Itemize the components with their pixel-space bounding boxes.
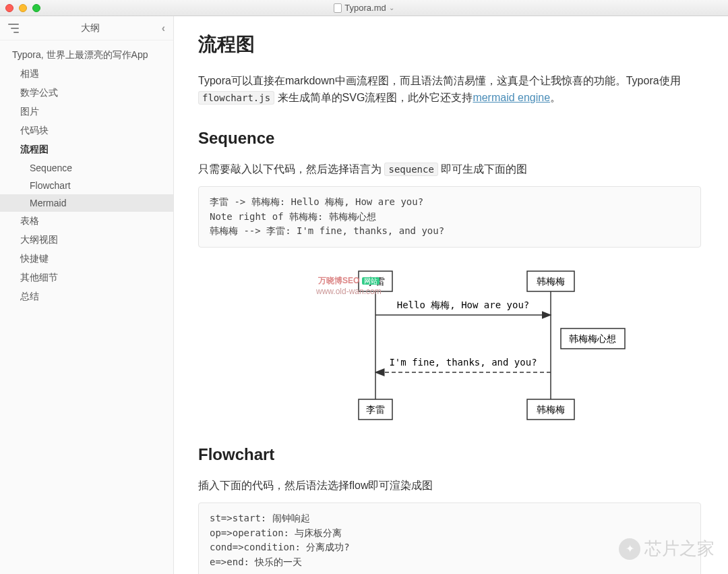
svg-text:Hello 梅梅, How are you?: Hello 梅梅, How are you? <box>397 299 530 310</box>
sidebar-item-8[interactable]: Mermaid <box>0 194 173 212</box>
window-title-text: Typora.md <box>344 3 386 13</box>
svg-text:韩梅梅: 韩梅梅 <box>537 404 565 415</box>
sidebar-item-0[interactable]: Typora, 世界上最漂亮的写作App <box>0 46 173 65</box>
svg-text:李雷: 李雷 <box>366 404 385 415</box>
intro-paragraph: Typora可以直接在markdown中画流程图，而且语法简洁易懂，这真是个让我… <box>198 72 701 107</box>
chevron-left-icon[interactable]: ‹ <box>162 22 165 34</box>
inline-code-sequence: sequence <box>384 163 437 176</box>
wechat-icon: ✦ <box>619 538 640 560</box>
sidebar: 大纲 ‹ Typora, 世界上最漂亮的写作App相遇数学公式图片代码块流程图S… <box>0 16 174 574</box>
heading-flowchart-section: Flowchart <box>198 442 701 467</box>
sidebar-header: 大纲 ‹ <box>0 16 173 40</box>
sidebar-item-7[interactable]: Flowchart <box>0 177 173 194</box>
outline-tree: Typora, 世界上最漂亮的写作App相遇数学公式图片代码块流程图Sequen… <box>0 40 173 312</box>
file-icon <box>334 3 342 13</box>
sidebar-item-10[interactable]: 大纲视图 <box>0 231 173 250</box>
sidebar-item-1[interactable]: 相遇 <box>0 65 173 84</box>
window-title: Typora.md ⌄ <box>0 3 728 13</box>
svg-text:I'm fine, thanks, and you?: I'm fine, thanks, and you? <box>389 357 537 368</box>
sequence-diagram: 万晓博SEO 网站 www.old-wan.com 李雷 韩梅梅 Hello 梅… <box>198 268 701 423</box>
sidebar-item-5[interactable]: 流程图 <box>0 140 173 159</box>
titlebar: Typora.md ⌄ <box>0 0 728 16</box>
svg-text:韩梅梅心想: 韩梅梅心想 <box>569 333 616 344</box>
watermark: 万晓博SEO 网站 www.old-wan.com <box>316 276 382 297</box>
content-area[interactable]: 流程图 Typora可以直接在markdown中画流程图，而且语法简洁易懂，这真… <box>174 16 728 574</box>
sidebar-item-3[interactable]: 图片 <box>0 103 173 121</box>
sidebar-item-4[interactable]: 代码块 <box>0 121 173 140</box>
chevron-down-icon[interactable]: ⌄ <box>389 4 394 11</box>
sidebar-title: 大纲 <box>19 22 162 34</box>
inline-code-flowchartjs: flowchart.js <box>198 91 274 105</box>
sidebar-item-2[interactable]: 数学公式 <box>0 84 173 103</box>
outline-icon[interactable] <box>8 24 19 33</box>
heading-sequence: Sequence <box>198 125 701 151</box>
heading-flowchart: 流程图 <box>198 30 701 60</box>
sequence-code-block[interactable]: 李雷 -> 韩梅梅: Hello 梅梅, How are you? Note r… <box>198 186 701 248</box>
bottom-watermark: ✦ 芯片之家 <box>619 537 715 561</box>
flowchart-intro: 插入下面的代码，然后语法选择flow即可渲染成图 <box>198 477 701 494</box>
sidebar-item-9[interactable]: 表格 <box>0 212 173 231</box>
svg-text:韩梅梅: 韩梅梅 <box>537 276 565 287</box>
sequence-intro: 只需要敲入以下代码，然后选择语言为 sequence 即可生成下面的图 <box>198 161 701 178</box>
sidebar-item-13[interactable]: 总结 <box>0 287 173 306</box>
sidebar-item-6[interactable]: Sequence <box>0 159 173 177</box>
sidebar-item-11[interactable]: 快捷键 <box>0 250 173 268</box>
sidebar-item-12[interactable]: 其他细节 <box>0 268 173 287</box>
mermaid-link[interactable]: mermaid engine <box>473 92 550 103</box>
